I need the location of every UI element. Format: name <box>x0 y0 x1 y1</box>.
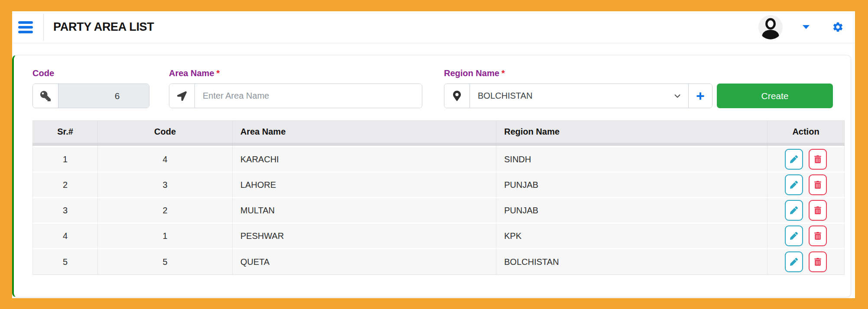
cell-area-name: PESHWAR <box>233 224 496 249</box>
code-input[interactable] <box>58 84 149 108</box>
caret-down-icon[interactable] <box>803 25 810 29</box>
pencil-icon <box>790 232 798 240</box>
trash-icon <box>814 155 821 163</box>
header-region-name: Region Name <box>496 120 768 143</box>
trash-icon <box>814 206 821 214</box>
cell-region-name: PUNJAB <box>496 173 768 198</box>
location-arrow-icon <box>169 84 195 108</box>
region-selected-value: BOLCHISTAN <box>478 91 532 101</box>
user-avatar[interactable] <box>758 15 783 39</box>
edit-button[interactable] <box>785 174 803 195</box>
delete-button[interactable] <box>809 149 827 170</box>
cell-region-name: SINDH <box>496 147 768 173</box>
header-action: Action <box>768 120 845 143</box>
key-icon <box>33 84 58 108</box>
trash-icon <box>814 232 821 240</box>
code-field-group: Code <box>32 68 149 108</box>
create-area-form: Code Area Name* <box>32 68 845 108</box>
code-label: Code <box>32 68 149 78</box>
cell-actions <box>768 249 845 275</box>
party-area-table: Sr.# Code Area Name Region Name Action 1… <box>32 120 845 275</box>
trash-icon <box>814 181 821 189</box>
cell-region-name: KPK <box>496 224 768 249</box>
delete-button[interactable] <box>809 200 827 221</box>
table-row: 2 3 LAHORE PUNJAB <box>32 173 845 198</box>
cell-sr: 1 <box>32 147 98 173</box>
table-row: 5 5 QUETA BOLCHISTAN <box>32 249 845 275</box>
table-header-row: Sr.# Code Area Name Region Name Action <box>32 120 845 143</box>
hamburger-menu-icon[interactable] <box>18 21 33 33</box>
cell-actions <box>768 147 845 173</box>
page-title: PARTY AREA LIST <box>53 20 154 34</box>
cell-code: 5 <box>98 249 233 275</box>
pencil-icon <box>790 181 798 189</box>
header-code: Code <box>98 120 233 143</box>
cell-code: 1 <box>98 224 233 249</box>
cell-code: 4 <box>98 147 233 173</box>
cell-actions <box>768 173 845 198</box>
delete-button[interactable] <box>809 225 827 246</box>
header-sr: Sr.# <box>32 120 98 143</box>
cell-sr: 4 <box>32 224 98 249</box>
cell-actions <box>768 224 845 249</box>
pencil-icon <box>790 155 798 163</box>
cell-sr: 3 <box>32 198 98 224</box>
region-name-label: Region Name* <box>444 68 713 78</box>
cell-area-name: LAHORE <box>233 173 496 198</box>
table-row: 4 1 PESHWAR KPK <box>32 224 845 249</box>
map-marker-icon <box>444 84 470 108</box>
cell-area-name: MULTAN <box>233 198 496 224</box>
area-name-field-group: Area Name* <box>169 68 422 108</box>
cell-sr: 2 <box>32 173 98 198</box>
content-card: Code Area Name* <box>12 55 851 297</box>
area-name-input[interactable] <box>195 84 422 108</box>
chevron-down-icon <box>673 91 682 101</box>
edit-button[interactable] <box>785 251 803 272</box>
table-row: 3 2 MULTAN PUNJAB <box>32 198 845 224</box>
header-divider <box>43 14 44 41</box>
cell-region-name: BOLCHISTAN <box>496 249 768 275</box>
cell-region-name: PUNJAB <box>496 198 768 224</box>
edit-button[interactable] <box>785 225 803 246</box>
pencil-icon <box>790 206 798 214</box>
pencil-icon <box>790 258 798 266</box>
plus-icon <box>695 91 706 101</box>
cell-sr: 5 <box>32 249 98 275</box>
header-area-name: Area Name <box>233 120 496 143</box>
cell-code: 2 <box>98 198 233 224</box>
cell-actions <box>768 198 845 224</box>
trash-icon <box>814 258 821 266</box>
area-name-label: Area Name* <box>169 68 422 78</box>
region-name-field-group: Region Name* BOLCHISTAN <box>444 68 713 108</box>
add-region-button[interactable] <box>688 84 712 108</box>
gear-icon[interactable] <box>832 21 844 33</box>
header-spacer <box>32 143 845 147</box>
region-select[interactable]: BOLCHISTAN <box>470 84 688 108</box>
delete-button[interactable] <box>809 174 827 195</box>
edit-button[interactable] <box>785 149 803 170</box>
create-button[interactable]: Create <box>717 84 833 108</box>
delete-button[interactable] <box>809 251 827 272</box>
table-row: 1 4 KARACHI SINDH <box>32 147 845 173</box>
app-window: PARTY AREA LIST Code <box>12 11 855 298</box>
user-avatar-icon <box>758 15 783 39</box>
cell-code: 3 <box>98 173 233 198</box>
edit-button[interactable] <box>785 200 803 221</box>
table-body: 1 4 KARACHI SINDH 2 3 LAHORE PUNJAB <box>32 147 845 275</box>
cell-area-name: KARACHI <box>233 147 496 173</box>
cell-area-name: QUETA <box>233 249 496 275</box>
top-bar: PARTY AREA LIST <box>12 11 855 43</box>
